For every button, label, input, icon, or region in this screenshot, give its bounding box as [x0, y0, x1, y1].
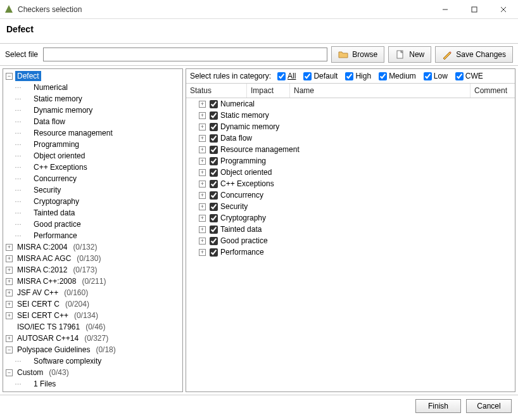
filter-checkbox[interactable] — [303, 72, 312, 80]
tree-item[interactable]: ISO/IEC TS 17961(0/46) — [3, 321, 182, 333]
expand-toggle-icon[interactable]: + — [199, 146, 206, 153]
filter-medium[interactable]: Medium — [379, 72, 416, 80]
expand-toggle-icon[interactable]: + — [199, 249, 206, 256]
expand-toggle-icon[interactable]: + — [6, 255, 13, 262]
rule-checkbox[interactable] — [210, 248, 218, 257]
filter-checkbox[interactable] — [455, 72, 464, 80]
expand-toggle-icon[interactable]: + — [199, 238, 206, 245]
expand-toggle-icon[interactable]: + — [6, 244, 13, 251]
browse-button[interactable]: Browse — [331, 46, 384, 63]
rule-row[interactable]: +Concurrency — [186, 189, 515, 201]
rule-checkbox[interactable] — [210, 123, 218, 131]
maximize-button[interactable] — [460, 0, 489, 19]
rule-row[interactable]: +Object oriented — [186, 167, 515, 178]
tree-child-item[interactable]: Numerical — [3, 82, 182, 93]
filter-high[interactable]: High — [345, 72, 371, 80]
rule-row[interactable]: +Good practice — [186, 235, 515, 246]
tree-child-item[interactable]: Object oriented — [3, 150, 182, 162]
rule-checkbox[interactable] — [210, 203, 218, 211]
expand-toggle-icon[interactable]: + — [6, 267, 13, 274]
filter-checkbox[interactable] — [345, 72, 353, 80]
rule-row[interactable]: +Static memory — [186, 110, 515, 121]
rule-row[interactable]: +Resource management — [186, 144, 515, 155]
tree-item[interactable]: +AUTOSAR C++14(0/327) — [3, 333, 182, 344]
rule-checkbox[interactable] — [210, 157, 218, 165]
finish-button[interactable]: Finish — [415, 399, 461, 413]
expand-toggle-icon[interactable]: + — [199, 192, 206, 199]
rule-row[interactable]: +Programming — [186, 155, 515, 167]
tree-item[interactable]: −Polyspace Guidelines(0/18) — [3, 344, 182, 355]
tree-child-item[interactable]: Resource management — [3, 127, 182, 139]
rule-row[interactable]: +C++ Exceptions — [186, 178, 515, 189]
rule-row[interactable]: +Performance — [186, 246, 515, 258]
expand-toggle-icon[interactable]: + — [6, 335, 13, 342]
col-status[interactable]: Status — [186, 84, 247, 98]
col-comment[interactable]: Comment — [471, 84, 515, 98]
close-button[interactable] — [489, 0, 518, 19]
filter-checkbox[interactable] — [277, 72, 286, 80]
expand-toggle-icon[interactable]: + — [199, 158, 206, 165]
rule-checkbox[interactable] — [210, 180, 218, 188]
tree-item[interactable]: −Custom(0/43) — [3, 367, 182, 378]
rule-row[interactable]: +Dynamic memory — [186, 121, 515, 132]
new-button[interactable]: New — [388, 46, 431, 63]
tree-child-item[interactable]: Good practice — [3, 219, 182, 230]
expand-toggle-icon[interactable]: + — [6, 278, 13, 285]
tree-child-item[interactable]: Programming — [3, 139, 182, 150]
expand-toggle-icon[interactable]: + — [6, 301, 13, 308]
filter-cwe[interactable]: CWE — [455, 72, 483, 80]
col-impact[interactable]: Impact — [247, 84, 290, 98]
tree-item[interactable]: +MISRA C:2012(0/173) — [3, 264, 182, 276]
expand-toggle-icon[interactable]: + — [199, 124, 206, 130]
filter-checkbox[interactable] — [379, 72, 387, 80]
expand-toggle-icon[interactable]: − — [6, 369, 13, 376]
filter-all[interactable]: All — [277, 72, 296, 80]
cancel-button[interactable]: Cancel — [466, 399, 512, 413]
expand-toggle-icon[interactable]: + — [199, 181, 206, 188]
expand-toggle-icon[interactable]: + — [199, 112, 206, 119]
tree-child-item[interactable]: C++ Exceptions — [3, 162, 182, 173]
expand-toggle-icon[interactable]: + — [199, 226, 206, 233]
tree-child-item[interactable]: Concurrency — [3, 173, 182, 184]
expand-toggle-icon[interactable]: + — [199, 135, 206, 142]
tree-child-item[interactable]: Software complexity — [3, 355, 182, 367]
save-changes-button[interactable]: Save Changes — [435, 46, 513, 63]
expand-toggle-icon[interactable]: + — [199, 169, 206, 176]
expand-toggle-icon[interactable]: + — [6, 312, 13, 319]
rule-checkbox[interactable] — [210, 214, 218, 222]
tree-child-item[interactable]: Static memory — [3, 93, 182, 105]
rule-checkbox[interactable] — [210, 111, 218, 120]
file-path-input[interactable] — [43, 48, 327, 61]
tree-child-item[interactable]: 1 Files — [3, 378, 182, 390]
tree-item[interactable]: +MISRA C++:2008(0/211) — [3, 276, 182, 287]
expand-toggle-icon[interactable]: + — [199, 101, 206, 108]
tree-child-item[interactable]: Security — [3, 184, 182, 196]
tree-item[interactable]: +SEI CERT C(0/204) — [3, 298, 182, 310]
rule-checkbox[interactable] — [210, 191, 218, 200]
expand-toggle-icon[interactable]: + — [199, 215, 206, 222]
filter-checkbox[interactable] — [424, 72, 432, 80]
filter-default[interactable]: Default — [303, 72, 338, 80]
tree-child-item[interactable]: Cryptography — [3, 196, 182, 207]
expand-toggle-icon[interactable]: − — [6, 347, 13, 353]
tree-child-item[interactable]: Data flow — [3, 116, 182, 127]
rule-checkbox[interactable] — [210, 100, 218, 108]
filter-low[interactable]: Low — [424, 72, 448, 80]
rule-row[interactable]: +Security — [186, 201, 515, 212]
tree-item[interactable]: −Defect(310/310) — [3, 70, 182, 82]
rule-checkbox[interactable] — [210, 146, 218, 154]
col-name[interactable]: Name — [290, 84, 471, 98]
rule-checkbox[interactable] — [210, 169, 218, 177]
rule-checkbox[interactable] — [210, 226, 218, 234]
expand-toggle-icon[interactable]: − — [6, 73, 13, 80]
minimize-button[interactable] — [431, 0, 460, 19]
tree-item[interactable]: +MISRA C:2004(0/132) — [3, 241, 182, 253]
rule-row[interactable]: +Tainted data — [186, 224, 515, 235]
rule-checkbox[interactable] — [210, 237, 218, 245]
tree-child-item[interactable]: Performance — [3, 230, 182, 241]
expand-toggle-icon[interactable]: + — [6, 290, 13, 296]
rule-row[interactable]: +Data flow — [186, 132, 515, 144]
rule-row[interactable]: +Cryptography — [186, 212, 515, 224]
tree-item[interactable]: +SEI CERT C++(0/134) — [3, 310, 182, 321]
tree-child-item[interactable]: Dynamic memory — [3, 105, 182, 116]
